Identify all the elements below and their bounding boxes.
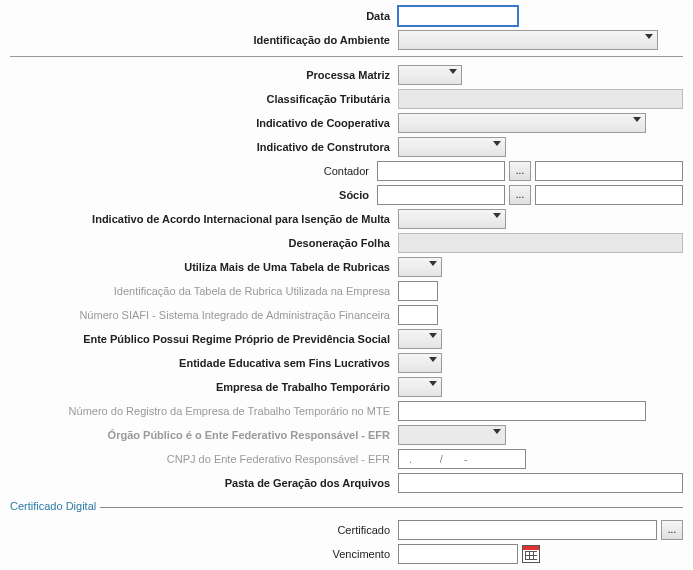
label-vencimento: Vencimento: [10, 548, 398, 560]
input-cnpj-efr[interactable]: [398, 449, 526, 469]
select-ind-cooperativa[interactable]: [398, 113, 646, 133]
label-certificado: Certificado: [10, 524, 398, 536]
label-id-tabela-rubrica: Identificação da Tabela de Rubrica Utili…: [10, 285, 398, 297]
select-ente-publico-prev[interactable]: [398, 329, 442, 349]
label-ind-construtora: Indicativo de Construtora: [10, 141, 398, 153]
select-orgao-efr: [398, 425, 506, 445]
ellipsis-icon: ...: [516, 166, 524, 176]
chevron-down-icon: [429, 261, 437, 266]
select-ind-construtora[interactable]: [398, 137, 506, 157]
label-contador: Contador: [10, 165, 377, 177]
ellipsis-icon: ...: [668, 525, 676, 535]
select-processa-matriz[interactable]: [398, 65, 462, 85]
select-ind-acordo-multa[interactable]: [398, 209, 506, 229]
readonly-desoneracao-folha: [398, 233, 683, 253]
legend-certificado-digital: Certificado Digital: [6, 500, 100, 512]
input-pasta-arquivos[interactable]: [398, 473, 683, 493]
label-pasta-arquivos: Pasta de Geração dos Arquivos: [10, 477, 398, 489]
label-cnpj-efr: CNPJ do Ente Federativo Responsável - EF…: [10, 453, 398, 465]
chevron-down-icon: [493, 213, 501, 218]
label-orgao-efr: Órgão Público é o Ente Federativo Respon…: [10, 429, 398, 441]
label-socio: Sócio: [10, 189, 377, 201]
select-utiliza-rubricas[interactable]: [398, 257, 442, 277]
lookup-contador-button[interactable]: ...: [509, 161, 531, 181]
select-ambiente[interactable]: [398, 30, 658, 50]
label-utiliza-rubricas: Utiliza Mais de Uma Tabela de Rubricas: [10, 261, 398, 273]
input-contador-nome[interactable]: [535, 161, 683, 181]
chevron-down-icon: [633, 117, 641, 122]
chevron-down-icon: [429, 357, 437, 362]
input-num-registro-mte[interactable]: [398, 401, 646, 421]
input-data[interactable]: [398, 6, 518, 26]
label-num-registro-mte: Número do Registro da Empresa de Trabalh…: [10, 405, 398, 417]
chevron-down-icon: [429, 333, 437, 338]
select-empresa-trab-temp[interactable]: [398, 377, 442, 397]
label-ente-publico-prev: Ente Público Possui Regime Próprio de Pr…: [10, 333, 398, 345]
label-ind-cooperativa: Indicativo de Cooperativa: [10, 117, 398, 129]
label-empresa-trab-temp: Empresa de Trabalho Temporário: [10, 381, 398, 393]
separator: [10, 56, 683, 57]
label-data: Data: [10, 10, 398, 22]
readonly-classificacao-tributaria: [398, 89, 683, 109]
label-processa-matriz: Processa Matriz: [10, 69, 398, 81]
lookup-socio-button[interactable]: ...: [509, 185, 531, 205]
input-socio-codigo[interactable]: [377, 185, 505, 205]
lookup-certificado-button[interactable]: ...: [661, 520, 683, 540]
chevron-down-icon: [493, 141, 501, 146]
input-certificado[interactable]: [398, 520, 657, 540]
label-classificacao-tributaria: Classificação Tributária: [10, 93, 398, 105]
label-entidade-educativa: Entidade Educativa sem Fins Lucrativos: [10, 357, 398, 369]
label-desoneracao-folha: Desoneração Folha: [10, 237, 398, 249]
fieldset-certificado-digital: Certificado Digital Certificado ... Venc…: [10, 507, 683, 564]
input-id-tabela-rubrica[interactable]: [398, 281, 438, 301]
input-socio-nome[interactable]: [535, 185, 683, 205]
chevron-down-icon: [429, 381, 437, 386]
input-contador-codigo[interactable]: [377, 161, 505, 181]
chevron-down-icon: [493, 429, 501, 434]
label-numero-siafi: Número SIAFI - Sistema Integrado de Admi…: [10, 309, 398, 321]
input-numero-siafi[interactable]: [398, 305, 438, 325]
chevron-down-icon: [449, 69, 457, 74]
ellipsis-icon: ...: [516, 190, 524, 200]
input-vencimento[interactable]: [398, 544, 518, 564]
chevron-down-icon: [645, 34, 653, 39]
calendar-icon[interactable]: [522, 545, 540, 563]
label-ambiente: Identificação do Ambiente: [10, 34, 398, 46]
label-ind-acordo-multa: Indicativo de Acordo Internacional para …: [10, 213, 398, 225]
select-entidade-educativa[interactable]: [398, 353, 442, 373]
